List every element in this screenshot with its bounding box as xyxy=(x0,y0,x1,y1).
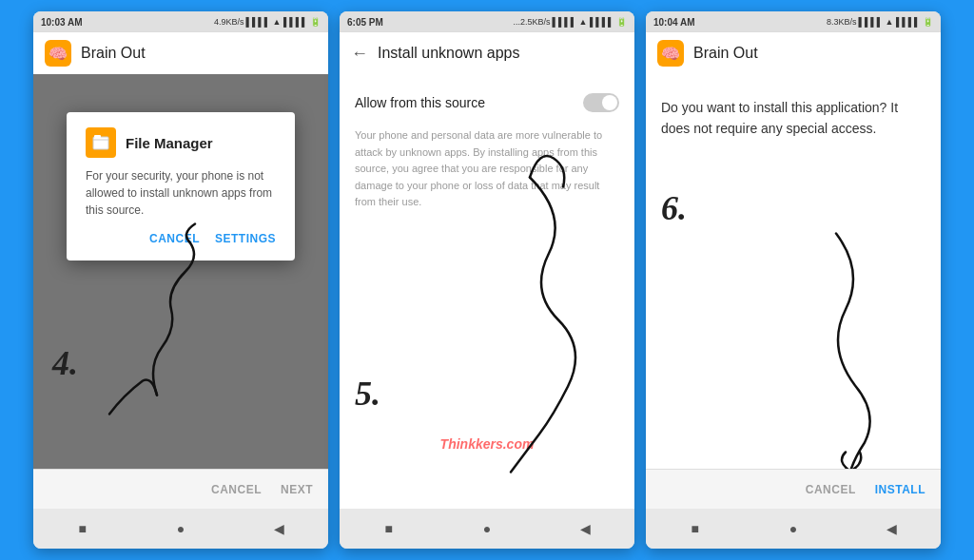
page-title-2: Install unknown apps xyxy=(378,45,519,62)
status-icons-2: ...2.5KB/s ▌▌▌▌ ▲ ▌▌▌▌ 🔋 xyxy=(514,17,627,27)
action-bar-3: CANCEL INSTALL xyxy=(646,469,941,509)
screen3: 10:04 AM 8.3KB/s ▌▌▌▌ ▲ ▌▌▌▌ 🔋 🧠 Brain O… xyxy=(646,11,941,549)
circle-btn-3[interactable]: ● xyxy=(782,517,805,540)
allow-toggle[interactable] xyxy=(583,93,619,112)
dialog-app-name: File Manager xyxy=(126,135,213,151)
bottom-nav-1: ■ ● ◀ xyxy=(33,509,328,549)
screen2-body: Allow from this source Your phone and pe… xyxy=(340,74,634,509)
status-bar-2: 6:05 PM ...2.5KB/s ▌▌▌▌ ▲ ▌▌▌▌ 🔋 xyxy=(340,11,634,32)
cancel-button-3[interactable]: CANCEL xyxy=(806,483,856,496)
allow-row: Allow from this source xyxy=(355,93,619,112)
back-arrow-2[interactable]: ← xyxy=(351,44,368,64)
bottom-nav-3: ■ ● ◀ xyxy=(646,509,941,549)
screen2: 6:05 PM ...2.5KB/s ▌▌▌▌ ▲ ▌▌▌▌ 🔋 ← Insta… xyxy=(340,11,634,549)
title-bar-3: 🧠 Brain Out xyxy=(646,32,941,74)
bottom-next-1[interactable]: NEXT xyxy=(281,483,313,496)
square-btn-3[interactable]: ■ xyxy=(684,517,707,540)
status-bar-3: 10:04 AM 8.3KB/s ▌▌▌▌ ▲ ▌▌▌▌ 🔋 xyxy=(646,11,941,32)
dialog-buttons: CANCEL SETTINGS xyxy=(86,232,276,245)
screen3-body: Do you want to install this application?… xyxy=(646,74,941,469)
dialog-header: File Manager xyxy=(86,127,276,158)
status-bar-1: 10:03 AM 4.9KB/s ▌▌▌▌ ▲ ▌▌▌▌ 🔋 xyxy=(33,11,328,32)
action-bar-1: CANCEL NEXT xyxy=(33,469,328,509)
back-btn-3[interactable]: ◀ xyxy=(880,517,903,540)
title-bar-2: ← Install unknown apps xyxy=(340,32,634,74)
square-btn-1[interactable]: ■ xyxy=(71,517,94,540)
square-btn-2[interactable]: ■ xyxy=(378,517,400,540)
brain-icon-1: 🧠 xyxy=(45,40,71,67)
watermark: Thinkkers.com xyxy=(440,436,535,452)
app-title-3: Brain Out xyxy=(693,45,758,62)
svg-rect-0 xyxy=(93,137,108,149)
back-btn-1[interactable]: ◀ xyxy=(267,517,290,540)
back-btn-2[interactable]: ◀ xyxy=(574,517,596,540)
step-number-6: 6. xyxy=(661,188,687,228)
time-3: 10:04 AM xyxy=(653,17,695,28)
circle-btn-1[interactable]: ● xyxy=(169,517,192,540)
bottom-cancel-1[interactable]: CANCEL xyxy=(211,483,262,496)
svg-rect-1 xyxy=(94,135,101,138)
status-icons-3: 8.3KB/s ▌▌▌▌ ▲ ▌▌▌▌ 🔋 xyxy=(827,17,933,27)
allow-label: Allow from this source xyxy=(355,95,485,110)
install-button[interactable]: INSTALL xyxy=(875,483,925,496)
circle-btn-2[interactable]: ● xyxy=(476,517,498,540)
step-number-5: 5. xyxy=(355,374,380,414)
step-number-4: 4. xyxy=(52,343,78,383)
brain-icon-3: 🧠 xyxy=(657,40,684,67)
app-title-1: Brain Out xyxy=(81,45,146,62)
time-2: 6:05 PM xyxy=(347,17,383,28)
cancel-button-dialog[interactable]: CANCEL xyxy=(149,232,200,245)
screen1-body: File Manager For your security, your pho… xyxy=(33,74,328,469)
status-icons-1: 4.9KB/s ▌▌▌▌ ▲ ▌▌▌▌ 🔋 xyxy=(214,17,321,27)
title-bar-1: 🧠 Brain Out xyxy=(33,32,328,74)
install-message: Do you want to install this application?… xyxy=(661,97,925,140)
bottom-nav-2: ■ ● ◀ xyxy=(340,509,634,549)
time-1: 10:03 AM xyxy=(41,17,83,28)
warning-text: Your phone and personal data are more vu… xyxy=(355,127,619,211)
dialog-message: For your security, your phone is not all… xyxy=(86,167,276,219)
security-dialog: File Manager For your security, your pho… xyxy=(67,112,295,261)
settings-button-dialog[interactable]: SETTINGS xyxy=(215,232,276,245)
file-manager-icon xyxy=(86,127,116,158)
screen1: 10:03 AM 4.9KB/s ▌▌▌▌ ▲ ▌▌▌▌ 🔋 🧠 Brain O… xyxy=(33,11,328,549)
